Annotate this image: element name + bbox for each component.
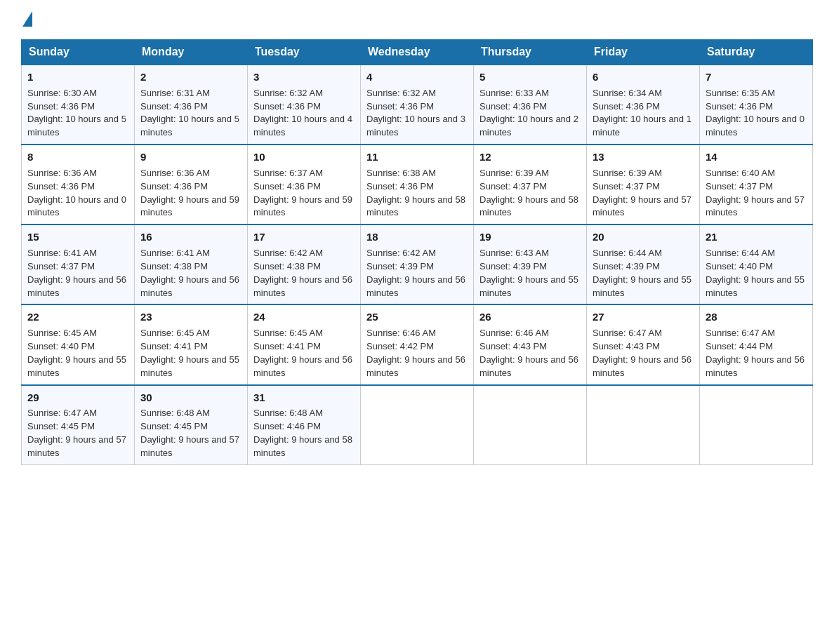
day-sunrise: Sunrise: 6:40 AM [706, 168, 775, 178]
day-sunset: Sunset: 4:38 PM [253, 261, 321, 271]
day-sunrise: Sunrise: 6:39 AM [593, 168, 662, 178]
day-sunset: Sunset: 4:37 PM [27, 261, 95, 271]
day-number: 25 [366, 309, 468, 325]
calendar-week-row: 1 Sunrise: 6:30 AM Sunset: 4:36 PM Dayli… [22, 65, 813, 145]
day-sunset: Sunset: 4:36 PM [706, 101, 773, 112]
day-sunrise: Sunrise: 6:45 AM [253, 328, 323, 338]
day-sunrise: Sunrise: 6:38 AM [366, 168, 436, 178]
day-number: 21 [706, 229, 807, 245]
day-daylight: Daylight: 9 hours and 57 minutes [706, 194, 805, 218]
day-number: 1 [27, 69, 128, 85]
calendar-week-row: 22 Sunrise: 6:45 AM Sunset: 4:40 PM Dayl… [22, 304, 813, 384]
calendar-week-row: 29 Sunrise: 6:47 AM Sunset: 4:45 PM Dayl… [22, 385, 813, 465]
day-sunrise: Sunrise: 6:32 AM [253, 88, 323, 98]
page-header [21, 14, 813, 27]
day-sunset: Sunset: 4:41 PM [253, 341, 321, 351]
calendar-cell: 15 Sunrise: 6:41 AM Sunset: 4:37 PM Dayl… [22, 224, 135, 304]
calendar-cell: 22 Sunrise: 6:45 AM Sunset: 4:40 PM Dayl… [22, 304, 135, 384]
day-sunset: Sunset: 4:38 PM [140, 261, 208, 271]
day-sunrise: Sunrise: 6:47 AM [27, 408, 97, 418]
day-sunrise: Sunrise: 6:36 AM [140, 168, 210, 178]
day-sunset: Sunset: 4:36 PM [27, 101, 95, 112]
day-daylight: Daylight: 9 hours and 55 minutes [706, 274, 805, 298]
day-sunset: Sunset: 4:36 PM [140, 101, 208, 112]
calendar-week-row: 8 Sunrise: 6:36 AM Sunset: 4:36 PM Dayli… [22, 145, 813, 224]
day-daylight: Daylight: 10 hours and 0 minutes [27, 194, 126, 218]
day-number: 28 [706, 309, 807, 325]
calendar-cell: 7 Sunrise: 6:35 AM Sunset: 4:36 PM Dayli… [700, 65, 813, 145]
day-number: 19 [479, 229, 581, 245]
day-sunrise: Sunrise: 6:48 AM [140, 408, 210, 418]
day-sunset: Sunset: 4:43 PM [593, 341, 660, 351]
day-sunrise: Sunrise: 6:37 AM [253, 168, 323, 178]
day-number: 11 [366, 149, 468, 165]
day-daylight: Daylight: 9 hours and 56 minutes [479, 354, 578, 378]
calendar-cell: 23 Sunrise: 6:45 AM Sunset: 4:41 PM Dayl… [135, 304, 248, 384]
day-daylight: Daylight: 10 hours and 4 minutes [253, 114, 352, 137]
calendar-cell: 20 Sunrise: 6:44 AM Sunset: 4:39 PM Dayl… [587, 224, 700, 304]
day-number: 24 [253, 309, 355, 325]
day-sunset: Sunset: 4:37 PM [479, 181, 547, 192]
day-sunset: Sunset: 4:36 PM [479, 101, 547, 112]
day-sunrise: Sunrise: 6:45 AM [27, 328, 97, 338]
calendar-cell: 16 Sunrise: 6:41 AM Sunset: 4:38 PM Dayl… [135, 224, 248, 304]
day-sunset: Sunset: 4:37 PM [593, 181, 660, 192]
day-sunset: Sunset: 4:44 PM [706, 341, 773, 351]
day-sunrise: Sunrise: 6:42 AM [366, 248, 436, 258]
calendar-cell: 2 Sunrise: 6:31 AM Sunset: 4:36 PM Dayli… [135, 65, 248, 145]
day-daylight: Daylight: 9 hours and 56 minutes [366, 354, 465, 378]
day-sunset: Sunset: 4:36 PM [366, 101, 434, 112]
day-daylight: Daylight: 9 hours and 58 minutes [253, 434, 352, 458]
day-daylight: Daylight: 9 hours and 57 minutes [593, 194, 691, 218]
calendar-body: 1 Sunrise: 6:30 AM Sunset: 4:36 PM Dayli… [22, 65, 813, 464]
calendar-cell: 17 Sunrise: 6:42 AM Sunset: 4:38 PM Dayl… [248, 224, 361, 304]
day-daylight: Daylight: 9 hours and 56 minutes [366, 274, 465, 298]
day-number: 5 [479, 69, 581, 85]
day-sunrise: Sunrise: 6:47 AM [706, 328, 775, 338]
day-number: 9 [140, 149, 241, 165]
day-number: 4 [366, 69, 468, 85]
day-daylight: Daylight: 9 hours and 56 minutes [593, 354, 691, 378]
day-sunset: Sunset: 4:36 PM [253, 181, 321, 192]
day-number: 10 [253, 149, 355, 165]
calendar-cell: 14 Sunrise: 6:40 AM Sunset: 4:37 PM Dayl… [700, 145, 813, 224]
day-daylight: Daylight: 10 hours and 5 minutes [27, 114, 126, 137]
day-daylight: Daylight: 10 hours and 1 minute [593, 114, 691, 137]
header-wednesday: Wednesday [361, 40, 474, 65]
day-daylight: Daylight: 10 hours and 2 minutes [479, 114, 578, 137]
day-sunset: Sunset: 4:41 PM [140, 341, 208, 351]
day-number: 2 [140, 69, 241, 85]
day-daylight: Daylight: 9 hours and 56 minutes [253, 274, 352, 298]
day-daylight: Daylight: 9 hours and 56 minutes [140, 274, 239, 298]
header-sunday: Sunday [22, 40, 135, 65]
day-number: 27 [593, 309, 694, 325]
day-number: 12 [479, 149, 581, 165]
calendar-week-row: 15 Sunrise: 6:41 AM Sunset: 4:37 PM Dayl… [22, 224, 813, 304]
header-friday: Friday [587, 40, 700, 65]
day-number: 22 [27, 309, 128, 325]
logo-triangle-icon [22, 11, 32, 27]
calendar-cell [587, 385, 700, 465]
calendar-cell: 6 Sunrise: 6:34 AM Sunset: 4:36 PM Dayli… [587, 65, 700, 145]
header-row: SundayMondayTuesdayWednesdayThursdayFrid… [22, 40, 813, 65]
day-sunset: Sunset: 4:39 PM [593, 261, 660, 271]
calendar-header: SundayMondayTuesdayWednesdayThursdayFrid… [22, 40, 813, 65]
day-number: 23 [140, 309, 241, 325]
day-sunrise: Sunrise: 6:35 AM [706, 88, 775, 98]
day-daylight: Daylight: 9 hours and 55 minutes [479, 274, 578, 298]
day-sunrise: Sunrise: 6:31 AM [140, 88, 210, 98]
calendar-cell: 13 Sunrise: 6:39 AM Sunset: 4:37 PM Dayl… [587, 145, 700, 224]
calendar-cell [474, 385, 587, 465]
calendar-cell: 24 Sunrise: 6:45 AM Sunset: 4:41 PM Dayl… [248, 304, 361, 384]
day-sunrise: Sunrise: 6:36 AM [27, 168, 97, 178]
day-number: 16 [140, 229, 241, 245]
day-daylight: Daylight: 9 hours and 55 minutes [593, 274, 691, 298]
day-daylight: Daylight: 10 hours and 5 minutes [140, 114, 239, 137]
calendar-cell: 5 Sunrise: 6:33 AM Sunset: 4:36 PM Dayli… [474, 65, 587, 145]
day-sunrise: Sunrise: 6:39 AM [479, 168, 549, 178]
day-sunset: Sunset: 4:40 PM [706, 261, 773, 271]
calendar-cell: 26 Sunrise: 6:46 AM Sunset: 4:43 PM Dayl… [474, 304, 587, 384]
day-number: 3 [253, 69, 355, 85]
calendar-cell: 30 Sunrise: 6:48 AM Sunset: 4:45 PM Dayl… [135, 385, 248, 465]
calendar-cell: 19 Sunrise: 6:43 AM Sunset: 4:39 PM Dayl… [474, 224, 587, 304]
